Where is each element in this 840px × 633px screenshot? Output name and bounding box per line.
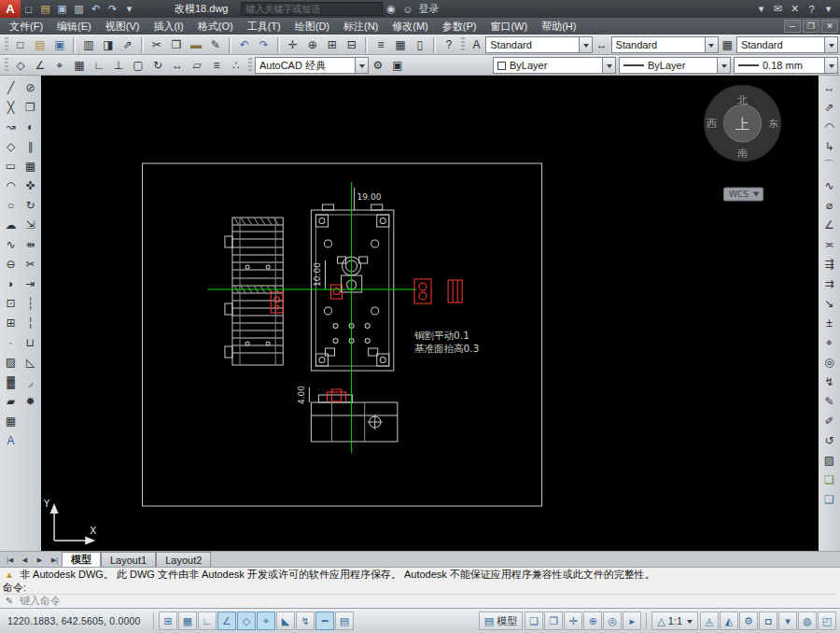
- multileader-icon[interactable]: ↘: [819, 293, 839, 313]
- ortho-mode-icon[interactable]: ∟: [90, 57, 108, 75]
- lwt-toggle[interactable]: ━: [315, 612, 334, 630]
- menu-draw[interactable]: 绘图(D): [288, 18, 336, 35]
- window-restore-button[interactable]: ❐: [803, 20, 819, 33]
- chevron-down-icon[interactable]: [705, 37, 718, 52]
- compass-north-label[interactable]: 北: [736, 94, 748, 106]
- tab-first-icon[interactable]: |◀: [3, 553, 17, 567]
- ellipse-icon[interactable]: ⊖: [1, 254, 21, 274]
- dyn-toggle[interactable]: ↯: [296, 612, 315, 630]
- chamfer-icon[interactable]: ◺: [21, 352, 40, 372]
- qnew-icon[interactable]: □: [11, 36, 30, 54]
- view-compass[interactable]: 北 南 西 东 上: [704, 85, 780, 162]
- radius-dimension-icon[interactable]: ⌒: [819, 156, 839, 176]
- quick-view-drawings-icon[interactable]: ❐: [544, 612, 563, 630]
- make-block-icon[interactable]: ⊞: [1, 313, 21, 332]
- coordinates-display[interactable]: 1220.1883, 642.5605, 0.0000: [4, 615, 148, 626]
- point-icon[interactable]: ∙: [1, 332, 21, 352]
- rectangle-icon[interactable]: ▭: [1, 156, 21, 176]
- erase-icon[interactable]: ⊘: [21, 77, 40, 97]
- break-icon[interactable]: ╎: [21, 313, 40, 332]
- menu-edit[interactable]: 编辑(E): [50, 18, 98, 35]
- publish-icon[interactable]: ⇗: [119, 36, 137, 54]
- redo-icon[interactable]: ↷: [255, 36, 273, 54]
- new-file-icon[interactable]: □: [21, 1, 36, 17]
- annotation-scale-button[interactable]: △ 1:1: [651, 612, 698, 630]
- linear-dimension-icon[interactable]: ↔: [819, 77, 839, 97]
- move-icon[interactable]: ✜: [21, 176, 40, 195]
- table-style-combo[interactable]: Standard: [736, 36, 838, 53]
- compass-east-label[interactable]: 东: [768, 118, 778, 130]
- chevron-down-icon[interactable]: [579, 37, 592, 52]
- baseline-dimension-icon[interactable]: ⇶: [819, 254, 839, 274]
- menu-parametric[interactable]: 参数(P): [436, 18, 483, 35]
- dimension-text-edit-icon[interactable]: ✐: [819, 411, 839, 430]
- join-icon[interactable]: ⊔: [21, 332, 40, 352]
- copy-icon[interactable]: ❐: [167, 36, 186, 54]
- ortho-toggle[interactable]: ∟: [198, 612, 217, 630]
- menu-help[interactable]: 帮助(H): [535, 18, 582, 35]
- workspace-switching-icon[interactable]: ⚙: [739, 612, 758, 630]
- draw-order-back-icon[interactable]: ❏: [819, 489, 839, 509]
- quick-view-layouts-icon[interactable]: ❏: [525, 612, 543, 630]
- gradient-icon[interactable]: ▓: [1, 372, 21, 391]
- ordinate-icon[interactable]: ↳: [819, 136, 839, 156]
- chevron-down-icon[interactable]: [602, 58, 615, 73]
- arc-length-icon[interactable]: ◠: [819, 117, 839, 136]
- window-minimize-button[interactable]: ─: [784, 20, 801, 33]
- explode-icon[interactable]: ✸: [21, 391, 40, 411]
- named-views-icon[interactable]: ▢: [129, 57, 147, 75]
- steering-wheel-icon[interactable]: ◎: [603, 612, 622, 630]
- object-snap-icon[interactable]: ⌖: [50, 57, 69, 75]
- designcenter-icon[interactable]: ▦: [391, 36, 410, 54]
- chevron-down-icon[interactable]: [824, 37, 837, 52]
- chevron-down-icon[interactable]: [717, 58, 730, 73]
- copy-icon[interactable]: ❐: [21, 97, 40, 117]
- fillet-icon[interactable]: ◞: [21, 372, 40, 391]
- zoom-window-icon[interactable]: ⊞: [323, 36, 342, 54]
- dimension-style-icon[interactable]: ▨: [819, 450, 839, 470]
- dimension-update-icon[interactable]: ↺: [819, 430, 839, 450]
- lineweight-combo[interactable]: 0.18 mm: [734, 57, 838, 74]
- circle-icon[interactable]: ○: [1, 195, 21, 215]
- toolbar-grip[interactable]: [248, 58, 252, 73]
- plot-preview-icon[interactable]: ◨: [99, 36, 118, 54]
- zoom-realtime-icon[interactable]: ⊕: [303, 36, 322, 54]
- tray-icon[interactable]: ◍: [798, 612, 817, 630]
- paste-icon[interactable]: ▬: [187, 36, 205, 54]
- polygon-icon[interactable]: ◇: [1, 136, 21, 156]
- chevron-down-icon[interactable]: [355, 58, 368, 73]
- clean-screen-icon[interactable]: ◰: [818, 612, 836, 630]
- break-at-point-icon[interactable]: ┆: [21, 293, 40, 313]
- tab-last-icon[interactable]: ▶|: [48, 553, 62, 567]
- autocad-logo-icon[interactable]: A: [0, 0, 21, 18]
- model-space-button[interactable]: ▤ 模型: [479, 612, 523, 630]
- offset-icon[interactable]: ∥: [21, 136, 40, 156]
- workspace-settings-icon[interactable]: ⚙: [369, 57, 387, 75]
- angular-dimension-icon[interactable]: ∠: [819, 215, 839, 234]
- undo-icon[interactable]: ↶: [235, 36, 254, 54]
- tab-next-icon[interactable]: ▶: [33, 553, 47, 567]
- quick-access-dropdown-icon[interactable]: ▾: [121, 1, 137, 17]
- redo-icon[interactable]: ↷: [105, 1, 120, 17]
- arc-icon[interactable]: ◠: [1, 176, 21, 195]
- menu-file[interactable]: 文件(F): [3, 18, 49, 35]
- polar-tracking-icon[interactable]: ∠: [31, 57, 49, 75]
- tab-layout1[interactable]: Layout1: [101, 552, 156, 567]
- annotation-visibility-icon[interactable]: ◬: [700, 612, 719, 630]
- stretch-icon[interactable]: ⇻: [21, 234, 40, 254]
- dim-style-icon[interactable]: ↔: [593, 36, 610, 54]
- draw-order-front-icon[interactable]: ❏: [819, 470, 839, 489]
- pan-icon[interactable]: ✛: [564, 612, 582, 630]
- spline-icon[interactable]: ∿: [1, 234, 21, 254]
- text-style-icon[interactable]: A: [468, 36, 485, 54]
- hatch-icon[interactable]: ▨: [1, 352, 21, 372]
- tool-palettes-icon[interactable]: ▯: [411, 36, 429, 54]
- inspection-icon[interactable]: ◎: [819, 352, 839, 372]
- status-menu-icon[interactable]: ▾: [778, 612, 797, 630]
- toolbar-grip[interactable]: [5, 58, 8, 73]
- table-style-icon[interactable]: ▦: [719, 36, 736, 54]
- insert-block-icon[interactable]: ⊡: [1, 293, 21, 313]
- exchange-apps-icon[interactable]: ✕: [787, 1, 803, 17]
- save-icon[interactable]: ▣: [50, 36, 69, 54]
- show-motion-icon[interactable]: ▸: [623, 612, 641, 630]
